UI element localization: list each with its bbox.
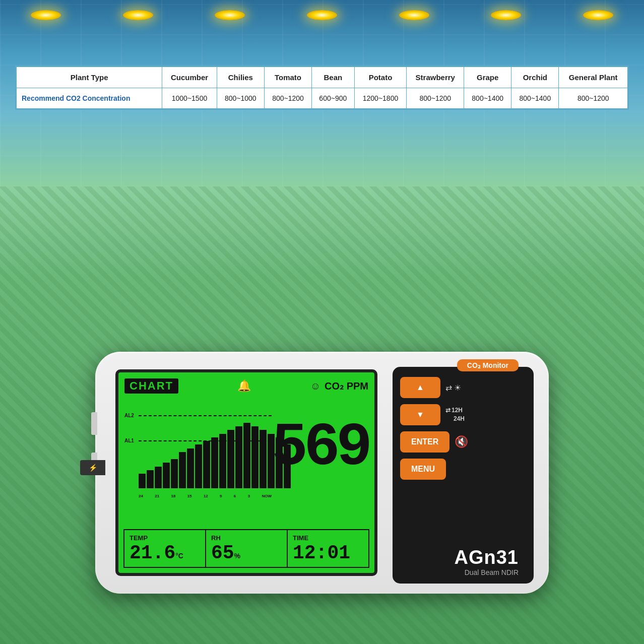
bar-4 — [171, 459, 178, 488]
val-strawberry: 800~1200 — [407, 88, 464, 109]
time-axis: 2421181512963NOW — [139, 494, 272, 498]
val-cucumber: 1000~1500 — [162, 88, 217, 109]
down-button[interactable]: ▼ — [400, 404, 440, 425]
down-button-row: ▼ ⇄ 12H 24H — [400, 404, 526, 425]
brightness-icon: ☀ — [454, 383, 461, 393]
bar-8 — [203, 441, 210, 488]
co2-monitor-badge: CO₂ Monitor — [457, 359, 519, 371]
temp-value-row: 21.6 °C — [130, 544, 200, 563]
time-24h-label: 24H — [445, 415, 465, 423]
rh-label: RH — [211, 534, 282, 542]
col-tomato: Tomato — [264, 67, 311, 88]
col-grape: Grape — [464, 67, 511, 88]
menu-button-row: MENU — [400, 459, 526, 480]
device-body: ⚡ CHART 🔔 ☺ CO₂ PPM AL2 AL1 — [95, 352, 549, 594]
up-button-row: ▲ ⇄ ☀ — [400, 377, 526, 398]
bar-11 — [227, 430, 234, 488]
usb-icon: ⚡ — [89, 464, 97, 472]
light-5 — [399, 10, 429, 20]
lcd-top-bar: CHART 🔔 ☺ CO₂ PPM — [124, 378, 368, 394]
light-3 — [215, 10, 245, 20]
lcd-bottom-metrics: TEMP 21.6 °C RH 65 % TIME 12: — [123, 529, 369, 568]
light-7 — [583, 10, 613, 20]
cycle-icon: ⇄ — [445, 383, 452, 393]
brightness-icon-group: ⇄ ☀ — [445, 383, 461, 393]
al2-label: AL2 — [124, 413, 134, 418]
val-orchid: 800~1400 — [511, 88, 559, 109]
col-potato: Potato — [354, 67, 407, 88]
bar-9 — [211, 437, 218, 488]
rh-value: 65 — [211, 544, 234, 563]
time-section: TIME 12:01 — [288, 530, 368, 567]
rh-section: RH 65 % — [206, 530, 288, 567]
mute-icon-group: 🔇 — [455, 435, 468, 448]
time-cycle-icon: ⇄ — [445, 406, 450, 415]
bell-icon: 🔔 — [237, 379, 251, 393]
bar-14 — [251, 426, 259, 488]
al1-label: AL1 — [124, 438, 134, 443]
time-mode-icon-group: ⇄ 12H 24H — [445, 406, 465, 423]
time-12h-label: 12H — [452, 406, 463, 415]
bar-2 — [155, 467, 162, 488]
bar-0 — [139, 474, 146, 488]
val-chilies: 800~1000 — [217, 88, 264, 109]
model-label: AGn31 — [455, 547, 519, 568]
bar-6 — [187, 448, 194, 488]
mute-icon: 🔇 — [455, 435, 468, 448]
temp-label: TEMP — [130, 534, 200, 542]
lcd-screen: CHART 🔔 ☺ CO₂ PPM AL2 AL1 — [115, 369, 377, 576]
co2-prefix-text: CO₂ PPM — [325, 380, 368, 392]
light-4 — [307, 10, 337, 20]
bar-12 — [235, 426, 242, 488]
bar-5 — [179, 452, 186, 488]
time-value: 12:01 — [293, 544, 350, 563]
col-plant-type: Plant Type — [17, 67, 162, 88]
temp-value: 21.6 — [130, 544, 175, 563]
val-grape: 800~1400 — [464, 88, 511, 109]
col-general: General Plant — [559, 67, 628, 88]
bar-7 — [195, 444, 202, 488]
plant-table: Plant Type Cucumber Chilies Tomato Bean … — [15, 66, 629, 110]
val-bean: 600~900 — [312, 88, 354, 109]
al2-line — [139, 415, 272, 416]
usb-port: ⚡ — [80, 460, 105, 475]
val-general: 800~1200 — [559, 88, 628, 109]
menu-button[interactable]: MENU — [400, 459, 446, 480]
bar-15 — [260, 430, 267, 488]
side-button-1[interactable] — [91, 412, 97, 435]
bar-16 — [268, 434, 275, 488]
device: ⚡ CHART 🔔 ☺ CO₂ PPM AL2 AL1 — [95, 352, 549, 614]
enter-button-row: ENTER 🔇 — [400, 431, 526, 453]
val-potato: 1200~1800 — [354, 88, 407, 109]
bar-13 — [243, 423, 250, 488]
col-bean: Bean — [312, 67, 354, 88]
time-label: TIME — [293, 534, 363, 542]
rh-unit: % — [234, 552, 240, 560]
up-button[interactable]: ▲ — [400, 377, 440, 398]
model-subtitle: Dual Beam NDIR — [465, 568, 519, 576]
temp-unit: °C — [175, 552, 183, 560]
col-strawberry: Strawberry — [407, 67, 464, 88]
val-tomato: 800~1200 — [264, 88, 311, 109]
enter-button[interactable]: ENTER — [400, 431, 449, 453]
temp-section: TEMP 21.6 °C — [124, 530, 206, 567]
co2-label: ☺ CO₂ PPM — [310, 380, 368, 392]
light-2 — [123, 10, 153, 20]
bar-1 — [147, 470, 154, 488]
col-orchid: Orchid — [511, 67, 559, 88]
col-cucumber: Cucumber — [162, 67, 217, 88]
light-6 — [491, 10, 521, 20]
row-label: Recommend CO2 Concentration — [17, 88, 162, 109]
bar-chart — [139, 408, 272, 488]
bar-17 — [276, 437, 283, 488]
al1-line — [139, 440, 272, 441]
control-panel: CO₂ Monitor ▲ ⇄ ☀ ▼ ⇄ — [393, 367, 534, 584]
light-1 — [31, 10, 61, 20]
col-chilies: Chilies — [217, 67, 264, 88]
bar-chart-area: AL2 AL1 2421181512963NOW — [124, 398, 272, 498]
bar-3 — [163, 463, 170, 488]
chart-label: CHART — [124, 378, 178, 394]
grow-lights — [0, 10, 644, 20]
bar-10 — [219, 434, 226, 488]
smiley-icon: ☺ — [310, 380, 320, 392]
